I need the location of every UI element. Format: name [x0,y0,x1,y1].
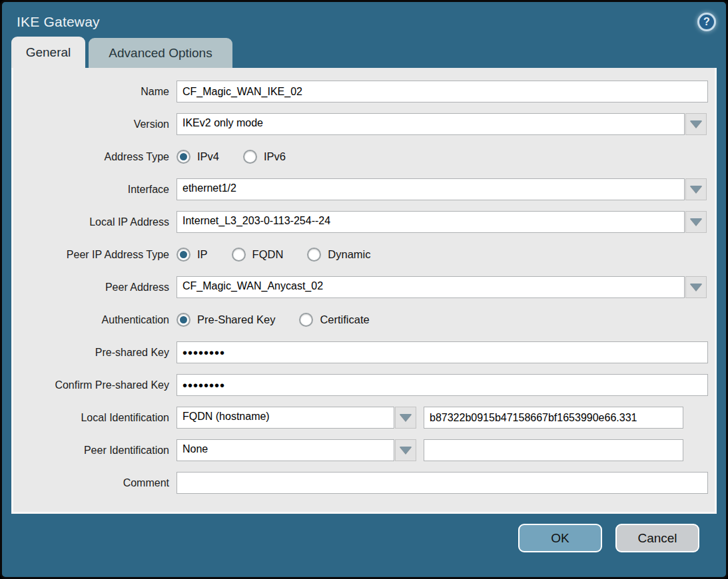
chevron-down-icon [400,447,412,454]
radio-dot [180,153,187,160]
name-label: Name [13,86,169,98]
peer-identification-dropdown-button[interactable] [395,439,416,461]
pre-shared-key-label: Pre-shared Key [13,347,169,359]
local-ip-address-dropdown-button[interactable] [685,211,707,233]
local-identification-type-dropdown: FQDN (hostname) [177,407,416,429]
ike-gateway-dialog: IKE Gateway ? General Advanced Options N… [0,0,728,579]
address-type-radio-group: IPv4 IPv6 [177,150,310,164]
version-dropdown-button[interactable] [685,113,707,135]
comment-input[interactable] [177,472,708,494]
peer-identification-label: Peer Identification [13,445,169,457]
version-value[interactable]: IKEv2 only mode [177,113,685,135]
radio-option-dynamic: Dynamic [307,248,370,262]
peer-address-dropdown-button[interactable] [685,276,707,298]
local-ip-address-value[interactable]: Internet_L3_203-0-113-254--24 [177,211,685,233]
tab-bar: General Advanced Options [2,37,726,68]
authentication-label: Authentication [13,314,169,326]
version-dropdown: IKEv2 only mode [177,113,707,135]
dynamic-radio-label: Dynamic [328,248,370,261]
radio-option-pre-shared-key: Pre-Shared Key [177,313,275,327]
peer-ip-address-type-label: Peer IP Address Type [13,249,169,261]
chevron-down-icon [690,120,702,128]
fqdn-radio-label: FQDN [252,248,284,261]
local-ip-address-dropdown: Internet_L3_203-0-113-254--24 [177,211,707,233]
ipv4-radio-label: IPv4 [197,150,219,163]
chevron-down-icon [690,284,702,291]
interface-dropdown-button[interactable] [685,178,707,200]
peer-ip-address-type-radio-group: IP FQDN Dynamic [177,248,395,262]
help-icon[interactable]: ? [697,13,716,31]
local-identification-dropdown-button[interactable] [395,407,416,429]
row-comment: Comment [13,472,715,494]
version-label: Version [13,118,169,130]
pre-shared-key-radio[interactable] [177,313,190,327]
row-peer-identification: Peer Identification None [13,439,715,461]
radio-dot [180,316,187,323]
radio-dot [180,251,187,258]
address-type-label: Address Type [13,151,169,163]
radio-dot [235,251,242,258]
local-identification-type-value[interactable]: FQDN (hostname) [177,407,394,429]
local-identification-label: Local Identification [13,412,169,424]
peer-address-dropdown: CF_Magic_WAN_Anycast_02 [177,276,707,298]
peer-address-label: Peer Address [13,282,169,293]
certificate-radio-label: Certificate [320,313,369,326]
row-local-identification: Local Identification FQDN (hostname) [13,407,715,429]
radio-option-ipv6: IPv6 [243,150,286,164]
interface-dropdown: ethernet1/2 [177,178,707,200]
footer: OK Cancel [2,514,726,552]
radio-option-fqdn: FQDN [232,248,284,262]
titlebar: IKE Gateway ? [2,2,726,37]
radio-dot [302,316,310,323]
row-name: Name [13,81,715,102]
row-address-type: Address Type IPv4 IPv6 [13,146,715,168]
ipv6-radio-label: IPv6 [264,150,286,163]
interface-label: Interface [13,184,169,196]
row-interface: Interface ethernet1/2 [13,178,715,200]
local-identification-value-input[interactable] [424,407,683,429]
confirm-pre-shared-key-label: Confirm Pre-shared Key [13,379,169,391]
chevron-down-icon [400,414,412,421]
interface-value[interactable]: ethernet1/2 [177,178,685,200]
ipv6-radio[interactable] [243,150,257,164]
tab-general[interactable]: General [11,37,85,68]
ipv4-radio[interactable] [177,150,190,164]
row-confirm-pre-shared-key: Confirm Pre-shared Key [13,374,715,396]
row-version: Version IKEv2 only mode [13,113,715,135]
pre-shared-key-input[interactable] [177,341,708,363]
ip-radio-label: IP [197,248,208,261]
chevron-down-icon [690,186,702,193]
ok-button[interactable]: OK [518,524,602,552]
row-pre-shared-key: Pre-shared Key [13,341,715,363]
comment-label: Comment [13,477,169,489]
peer-identification-value-input[interactable] [424,439,683,461]
peer-identification-type-value[interactable]: None [177,439,394,461]
dialog-title: IKE Gateway [17,14,100,30]
dynamic-radio[interactable] [307,248,321,262]
radio-option-ipv4: IPv4 [177,150,219,164]
peer-identification-type-dropdown: None [177,439,416,461]
radio-dot [246,153,254,160]
radio-option-certificate: Certificate [299,313,369,327]
pre-shared-key-radio-label: Pre-Shared Key [197,313,275,326]
local-ip-address-label: Local IP Address [13,216,169,228]
general-tab-panel: Name Version IKEv2 only mode Address Typ… [11,68,717,514]
chevron-down-icon [690,218,702,226]
authentication-radio-group: Pre-Shared Key Certificate [177,313,394,327]
radio-option-ip: IP [177,248,208,262]
radio-dot [310,251,318,258]
certificate-radio[interactable] [299,313,313,327]
name-input[interactable] [177,81,708,102]
row-local-ip-address: Local IP Address Internet_L3_203-0-113-2… [13,211,715,233]
ip-radio[interactable] [177,248,190,262]
tab-advanced-options[interactable]: Advanced Options [89,38,232,68]
fqdn-radio[interactable] [232,248,246,262]
peer-address-value[interactable]: CF_Magic_WAN_Anycast_02 [177,276,685,298]
row-peer-address: Peer Address CF_Magic_WAN_Anycast_02 [13,276,715,298]
cancel-button[interactable]: Cancel [615,524,699,552]
row-authentication: Authentication Pre-Shared Key Certificat… [13,309,715,331]
row-peer-ip-address-type: Peer IP Address Type IP FQDN Dynamic [13,244,715,266]
confirm-pre-shared-key-input[interactable] [177,374,708,396]
